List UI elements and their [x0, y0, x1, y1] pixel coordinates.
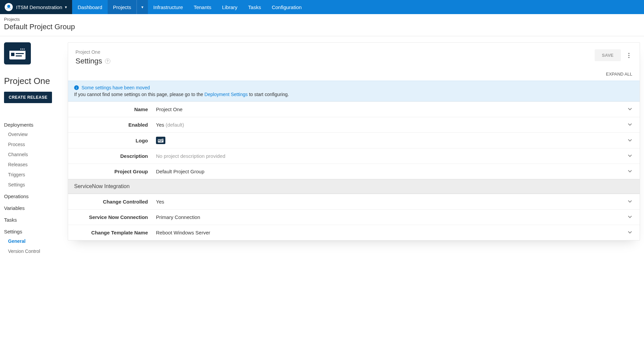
- row-logo[interactable]: Logo: [68, 132, 640, 148]
- row-project-group[interactable]: Project Group Default Project Group: [68, 164, 640, 179]
- sidebar-general[interactable]: General: [8, 238, 61, 244]
- chevron-down-icon: [628, 169, 632, 174]
- sidebar-overview[interactable]: Overview: [8, 132, 61, 137]
- value-name: Project One: [156, 106, 628, 112]
- label-logo: Logo: [75, 138, 156, 143]
- svg-rect-2: [9, 47, 25, 51]
- brand-name: ITSM Demonstration: [16, 4, 62, 10]
- sidebar-channels[interactable]: Channels: [8, 152, 61, 157]
- section-servicenow: ServiceNow Integration: [68, 179, 640, 194]
- chevron-down-icon: [628, 214, 632, 220]
- sidebar-operations[interactable]: Operations: [4, 193, 61, 199]
- label-snow-connection: Service Now Connection: [75, 214, 156, 220]
- sidebar-tasks[interactable]: Tasks: [4, 217, 61, 223]
- svg-point-14: [162, 139, 162, 139]
- svg-rect-17: [158, 140, 159, 141]
- expand-all-button[interactable]: EXPAND ALL: [68, 69, 640, 81]
- banner-title: Some settings have been moved: [82, 85, 150, 90]
- overflow-menu-icon[interactable]: [626, 50, 632, 61]
- nav-configuration[interactable]: Configuration: [266, 0, 307, 14]
- caret-down-icon: ▼: [141, 5, 144, 9]
- card-title: Settings: [75, 57, 102, 65]
- breadcrumb-title: Default Project Group: [4, 23, 640, 31]
- chevron-down-icon: [628, 199, 632, 205]
- svg-point-4: [22, 48, 23, 49]
- svg-point-15: [162, 139, 163, 139]
- sidebar-triggers[interactable]: Triggers: [8, 172, 61, 177]
- svg-point-16: [163, 139, 163, 139]
- sidebar-settings[interactable]: Settings: [8, 182, 61, 187]
- value-enabled: Yes (default): [156, 122, 628, 128]
- nav-projects-dropdown[interactable]: ▼: [137, 0, 148, 14]
- row-snow-connection[interactable]: Service Now Connection Primary Connectio…: [68, 209, 640, 225]
- row-change-controlled[interactable]: Change Controlled Yes: [68, 194, 640, 209]
- deployment-settings-link[interactable]: Deployment Settings: [204, 92, 248, 97]
- chevron-down-icon: [628, 138, 632, 143]
- breadcrumb-parent[interactable]: Projects: [4, 17, 640, 22]
- brand-switcher[interactable]: ITSM Demonstration ▼: [0, 0, 72, 14]
- info-icon: i: [74, 85, 79, 90]
- svg-rect-7: [16, 53, 24, 54]
- label-description: Description: [75, 153, 156, 159]
- nav-infrastructure[interactable]: Infrastructure: [148, 0, 188, 14]
- sidebar-process[interactable]: Process: [8, 142, 61, 147]
- sidebar-settings-section[interactable]: Settings: [4, 229, 61, 234]
- nav-dashboard[interactable]: Dashboard: [72, 0, 107, 14]
- breadcrumb-bar: Projects Default Project Group: [0, 14, 644, 36]
- svg-point-9: [628, 53, 629, 54]
- value-change-controlled: Yes: [156, 199, 628, 205]
- banner-text-post: to start configuring.: [248, 92, 289, 97]
- chevron-down-icon: [628, 106, 632, 112]
- caret-down-icon: ▼: [64, 5, 68, 9]
- sidebar: Project One CREATE RELEASE Deployments O…: [4, 42, 61, 259]
- value-logo: [156, 137, 628, 144]
- octopus-icon: [5, 3, 13, 11]
- svg-rect-18: [160, 140, 163, 141]
- row-name[interactable]: Name Project One: [68, 101, 640, 117]
- settings-card: Project One Settings ? SAVE EXPAND ALL i: [68, 42, 640, 240]
- svg-rect-6: [11, 53, 14, 56]
- sidebar-version-control[interactable]: Version Control: [8, 249, 61, 254]
- nav-projects[interactable]: Projects: [108, 0, 137, 14]
- chevron-down-icon: [628, 122, 632, 128]
- nav-library[interactable]: Library: [217, 0, 243, 14]
- label-name: Name: [75, 106, 156, 112]
- row-enabled[interactable]: Enabled Yes (default): [68, 117, 640, 132]
- label-change-controlled: Change Controlled: [75, 199, 156, 205]
- card-header: Project One Settings ? SAVE: [68, 43, 640, 69]
- project-title: Project One: [4, 76, 61, 86]
- nav-items: Dashboard Projects ▼ Infrastructure Tena…: [72, 0, 307, 14]
- svg-point-3: [20, 48, 21, 49]
- value-project-group: Default Project Group: [156, 169, 628, 174]
- svg-point-11: [628, 57, 629, 58]
- svg-rect-19: [160, 141, 162, 141]
- sidebar-deployments[interactable]: Deployments: [4, 122, 61, 128]
- label-project-group: Project Group: [75, 169, 156, 174]
- svg-point-5: [23, 48, 24, 49]
- value-description: No project description provided: [156, 153, 628, 159]
- help-icon[interactable]: ?: [105, 58, 110, 64]
- project-logo: [4, 42, 31, 64]
- sidebar-releases[interactable]: Releases: [8, 162, 61, 167]
- label-enabled: Enabled: [75, 122, 156, 128]
- sidebar-variables[interactable]: Variables: [4, 205, 61, 211]
- chevron-down-icon: [628, 153, 632, 159]
- row-change-template[interactable]: Change Template Name Reboot Windows Serv…: [68, 225, 640, 240]
- value-snow-connection: Primary Connection: [156, 214, 628, 220]
- banner-text-pre: If you cannot find some settings on this…: [74, 92, 204, 97]
- nav-tenants[interactable]: Tenants: [188, 0, 217, 14]
- row-description[interactable]: Description No project description provi…: [68, 148, 640, 164]
- info-banner: i Some settings have been moved If you c…: [68, 81, 640, 101]
- page-body: Project One CREATE RELEASE Deployments O…: [0, 36, 644, 272]
- svg-point-10: [628, 55, 629, 56]
- project-logo-icon: [156, 137, 165, 144]
- value-change-template: Reboot Windows Server: [156, 230, 628, 235]
- svg-point-0: [7, 5, 10, 8]
- top-nav: ITSM Demonstration ▼ Dashboard Projects …: [0, 0, 644, 14]
- nav-tasks[interactable]: Tasks: [243, 0, 266, 14]
- create-release-button[interactable]: CREATE RELEASE: [4, 92, 52, 103]
- card-project-name: Project One: [75, 49, 110, 55]
- svg-rect-8: [16, 55, 22, 56]
- save-button[interactable]: SAVE: [595, 49, 621, 61]
- chevron-down-icon: [628, 230, 632, 235]
